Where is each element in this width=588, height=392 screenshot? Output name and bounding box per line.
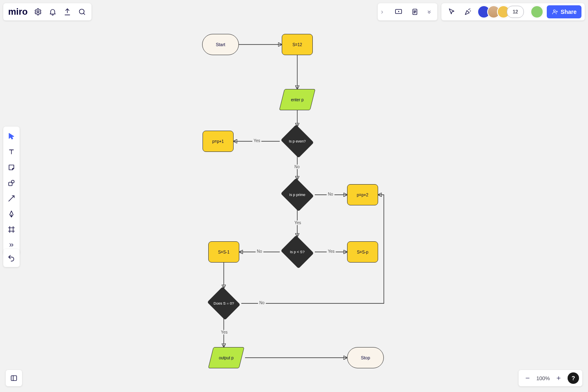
node-s-minus-p[interactable]: S=S-p	[347, 241, 378, 263]
node-label: Stop	[361, 355, 370, 360]
node-is-prime[interactable]: Is p prime	[280, 180, 315, 210]
arrow-icon	[7, 194, 16, 203]
minus-icon	[525, 374, 530, 382]
party-icon	[464, 8, 472, 16]
tool-select[interactable]	[4, 129, 19, 144]
node-label: S=S-p	[357, 250, 368, 254]
node-output[interactable]: output p	[211, 347, 242, 368]
left-toolbar	[3, 127, 20, 255]
node-s12[interactable]: S=12	[282, 34, 313, 55]
svg-point-6	[11, 180, 14, 183]
edge-label-yes: Yes	[252, 138, 261, 143]
presentation-icon	[394, 8, 403, 16]
tool-pen[interactable]	[4, 207, 19, 221]
chevron-down-icon	[426, 8, 432, 16]
cursor-button[interactable]	[445, 5, 459, 19]
tool-sticky[interactable]	[4, 160, 19, 175]
tool-text[interactable]	[4, 145, 19, 159]
node-pp2[interactable]: p=p+2	[347, 184, 378, 205]
frames-panel-button[interactable]	[6, 370, 22, 386]
node-s-minus1[interactable]: S=S-1	[208, 241, 239, 263]
edge-label-yes: Yes	[327, 249, 336, 254]
node-label: Start	[216, 42, 225, 47]
text-icon	[7, 148, 16, 156]
node-label: Is p even?	[286, 139, 308, 144]
notes-button[interactable]	[408, 5, 422, 19]
undo-button[interactable]	[4, 251, 18, 265]
app-logo[interactable]: miro	[8, 7, 28, 17]
share-button[interactable]: Share	[547, 5, 581, 18]
collab-panel: 12 Share	[441, 3, 585, 20]
panel-icon	[10, 374, 18, 382]
node-label: S=S-1	[218, 250, 229, 254]
tool-shape[interactable]	[4, 176, 19, 190]
svg-rect-7	[11, 376, 16, 381]
edge-label-no: No	[256, 249, 263, 254]
chevron-right-double-icon	[8, 241, 15, 249]
node-label: Is p prime	[287, 193, 308, 197]
help-button[interactable]: ?	[568, 372, 579, 384]
svg-rect-5	[9, 182, 12, 185]
node-label: output p	[219, 356, 234, 360]
edge-label-no: No	[258, 301, 266, 305]
settings-button[interactable]	[31, 5, 45, 19]
node-label: Does S = 0?	[211, 301, 236, 306]
sticky-note-icon	[7, 163, 16, 172]
node-label: Is p < S?	[287, 250, 307, 254]
export-button[interactable]	[60, 5, 74, 19]
presentation-panel: ›	[378, 3, 437, 20]
shapes-icon	[7, 179, 16, 187]
node-p-lt-s[interactable]: Is p < S?	[280, 237, 315, 267]
pointer-icon	[7, 132, 16, 140]
chevron-right-icon: ›	[381, 8, 389, 16]
tool-line[interactable]	[4, 191, 19, 206]
zoom-percent[interactable]: 100%	[535, 375, 551, 381]
gear-icon	[34, 8, 42, 16]
board-canvas[interactable]: Start S=12 enter p Is p even? p=p+1 Is p…	[0, 0, 588, 392]
top-left-panel: miro	[3, 3, 91, 20]
node-label: enter p	[291, 98, 303, 102]
document-icon	[411, 8, 419, 16]
more-toggle[interactable]	[424, 5, 434, 19]
search-icon	[78, 8, 86, 16]
top-right-area: › 12 Share	[378, 3, 585, 20]
edge-label-yes: Yes	[220, 330, 229, 334]
node-label: p=p+2	[357, 193, 368, 197]
upload-icon	[63, 8, 71, 16]
edge-label-yes: Yes	[293, 220, 302, 225]
frame-icon	[7, 225, 16, 234]
plus-icon	[556, 374, 561, 382]
user-plus-icon	[552, 9, 558, 15]
svg-point-0	[37, 11, 39, 13]
share-label: Share	[561, 9, 577, 15]
cursor-icon	[448, 8, 456, 16]
undo-panel	[3, 249, 20, 267]
collaborator-avatars[interactable]: 12	[477, 5, 524, 18]
edge-label-no: No	[293, 165, 301, 169]
node-s-zero[interactable]: Does S = 0?	[206, 288, 241, 318]
svg-point-4	[553, 10, 555, 12]
zoom-out[interactable]	[522, 371, 533, 385]
bell-icon	[49, 8, 57, 16]
pen-icon	[7, 210, 16, 218]
node-start[interactable]: Start	[202, 34, 239, 55]
zoom-in[interactable]	[553, 371, 564, 385]
current-user-avatar[interactable]	[530, 5, 543, 18]
avatars-overflow[interactable]: 12	[507, 6, 524, 18]
notifications-button[interactable]	[46, 5, 60, 19]
node-label: p=p+1	[212, 139, 224, 144]
node-stop[interactable]: Stop	[347, 347, 384, 368]
reactions-button[interactable]	[461, 5, 475, 19]
node-pp1[interactable]: p=p+1	[203, 131, 234, 152]
node-label: S=12	[292, 42, 302, 47]
edge-label-no: No	[327, 192, 334, 196]
tool-frame[interactable]	[4, 222, 19, 237]
node-is-even[interactable]: Is p even?	[280, 126, 315, 156]
zoom-panel: 100% ?	[519, 370, 582, 386]
undo-icon	[7, 254, 16, 262]
help-label: ?	[572, 375, 575, 381]
present-button[interactable]	[392, 5, 405, 19]
search-button[interactable]	[75, 5, 89, 19]
node-enter-p[interactable]: enter p	[282, 89, 313, 110]
